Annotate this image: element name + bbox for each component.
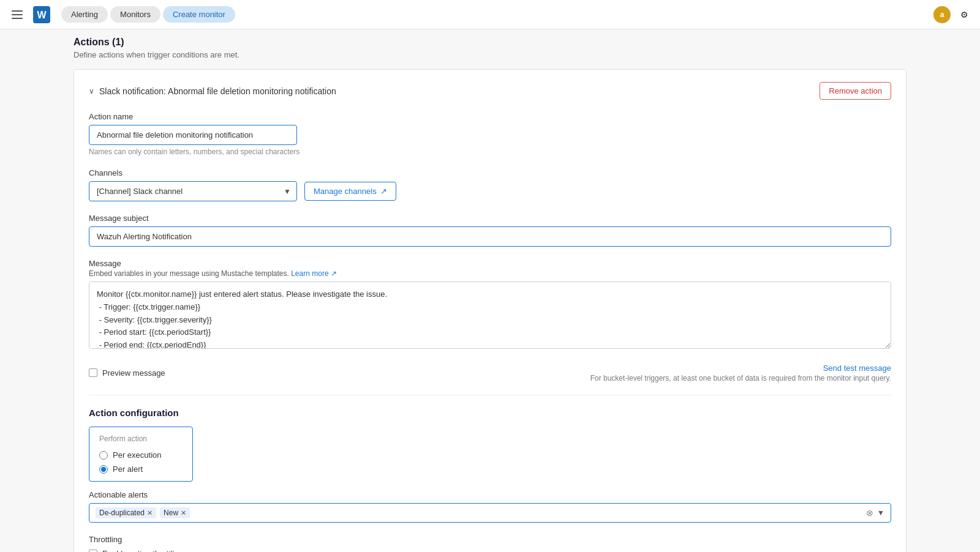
- message-group: Message Embed variables in your message …: [89, 259, 891, 351]
- perform-action-title: Perform action: [99, 435, 183, 443]
- actionable-alerts-group: Actionable alerts De-duplicated ✕ New ✕ …: [89, 490, 891, 523]
- send-test-link[interactable]: Send test message: [823, 364, 891, 373]
- per-execution-label: Per execution: [113, 450, 162, 460]
- message-label-row: Message: [89, 259, 891, 268]
- action-config-title: Action configuration: [89, 408, 891, 418]
- action-card-header: ∨ Slack notification: Abnormal file dele…: [89, 82, 891, 100]
- message-subject-input[interactable]: [89, 226, 891, 247]
- main-content: Actions (1) Define actions when trigger …: [61, 0, 919, 552]
- learn-more-link[interactable]: Learn more ↗: [291, 269, 337, 278]
- bucket-hint: For bucket-level triggers, at least one …: [590, 374, 891, 382]
- per-alert-label: Per alert: [113, 464, 143, 474]
- learn-more-icon: ↗: [331, 269, 337, 278]
- channels-label: Channels: [89, 168, 891, 177]
- enable-throttling-checkbox[interactable]: [89, 550, 97, 553]
- svg-text:W: W: [37, 10, 47, 20]
- send-test-section: Send test message For bucket-level trigg…: [590, 363, 891, 382]
- channels-select[interactable]: [Channel] Slack channel: [89, 181, 297, 201]
- top-nav: W Alerting Monitors Create monitor a ⚙: [0, 0, 980, 29]
- svg-rect-1: [12, 14, 23, 15]
- enable-throttling-label: Enable action throttling: [102, 549, 183, 552]
- nav-right: a ⚙: [933, 6, 973, 23]
- actions-section-subtitle: Define actions when trigger conditions a…: [74, 50, 907, 59]
- svg-rect-2: [12, 18, 23, 19]
- tags-actions: ⊗ ▼: [866, 508, 884, 518]
- tab-create-monitor[interactable]: Create monitor: [163, 6, 235, 23]
- tag-de-duplicated: De-duplicated ✕: [96, 507, 156, 518]
- actionable-alerts-select[interactable]: De-duplicated ✕ New ✕ ⊗ ▼: [89, 503, 891, 523]
- channels-select-wrapper: [Channel] Slack channel ▼: [89, 181, 297, 201]
- message-textarea[interactable]: Monitor {{ctx.monitor.name}} just entere…: [89, 282, 891, 349]
- tag-new: New ✕: [160, 507, 190, 518]
- action-name-input[interactable]: [89, 125, 297, 145]
- breadcrumb-tabs: Alerting Monitors Create monitor: [61, 6, 235, 23]
- throttling-label: Throttling: [89, 535, 891, 544]
- preview-message-label[interactable]: Preview message: [89, 368, 165, 378]
- preview-checkbox[interactable]: [89, 368, 97, 377]
- avatar[interactable]: a: [933, 6, 951, 23]
- per-alert-radio[interactable]: [99, 465, 108, 474]
- tags-chevron-icon[interactable]: ▼: [877, 509, 884, 517]
- action-name-group: Action name Names can only contain lette…: [89, 112, 891, 156]
- enable-throttling-row[interactable]: Enable action throttling: [89, 549, 891, 552]
- preview-send-row: Preview message Send test message For bu…: [89, 363, 891, 382]
- per-execution-radio-row[interactable]: Per execution: [99, 450, 183, 460]
- action-name-label: Action name: [89, 112, 891, 121]
- manage-channels-icon: ↗: [380, 187, 387, 196]
- manage-channels-label: Manage channels: [314, 187, 377, 196]
- app-logo: W: [32, 5, 51, 24]
- actionable-alerts-label: Actionable alerts: [89, 490, 891, 499]
- preview-message-text: Preview message: [102, 368, 165, 378]
- per-execution-radio[interactable]: [99, 451, 108, 460]
- action-card-title: ∨ Slack notification: Abnormal file dele…: [89, 86, 336, 96]
- svg-rect-0: [12, 10, 23, 12]
- hamburger-menu[interactable]: [7, 5, 27, 24]
- settings-icon[interactable]: ⚙: [956, 6, 973, 23]
- per-alert-radio-row[interactable]: Per alert: [99, 464, 183, 474]
- tab-monitors[interactable]: Monitors: [110, 6, 160, 23]
- manage-channels-button[interactable]: Manage channels ↗: [304, 182, 396, 201]
- message-sublabel: Embed variables in your message using Mu…: [89, 269, 891, 278]
- channels-row: [Channel] Slack channel ▼ Manage channel…: [89, 181, 891, 201]
- message-subject-group: Message subject: [89, 214, 891, 247]
- tag-new-close[interactable]: ✕: [181, 509, 186, 517]
- action-card: ∨ Slack notification: Abnormal file dele…: [74, 69, 907, 552]
- throttling-group: Throttling Enable action throttling: [89, 535, 891, 552]
- action-name-hint: Names can only contain letters, numbers,…: [89, 147, 891, 156]
- remove-action-button[interactable]: Remove action: [820, 82, 891, 100]
- tag-de-duplicated-close[interactable]: ✕: [147, 509, 153, 517]
- perform-action-box: Perform action Per execution Per alert: [89, 427, 193, 482]
- clear-tags-icon[interactable]: ⊗: [866, 508, 873, 518]
- action-card-title-text: Slack notification: Abnormal file deleti…: [99, 86, 336, 96]
- message-subject-label: Message subject: [89, 214, 891, 223]
- collapse-icon[interactable]: ∨: [89, 87, 94, 95]
- message-label: Message: [89, 259, 121, 268]
- actions-section-title: Actions (1): [74, 37, 907, 48]
- tab-alerting[interactable]: Alerting: [61, 6, 108, 23]
- channels-group: Channels [Channel] Slack channel ▼ Manag…: [89, 168, 891, 201]
